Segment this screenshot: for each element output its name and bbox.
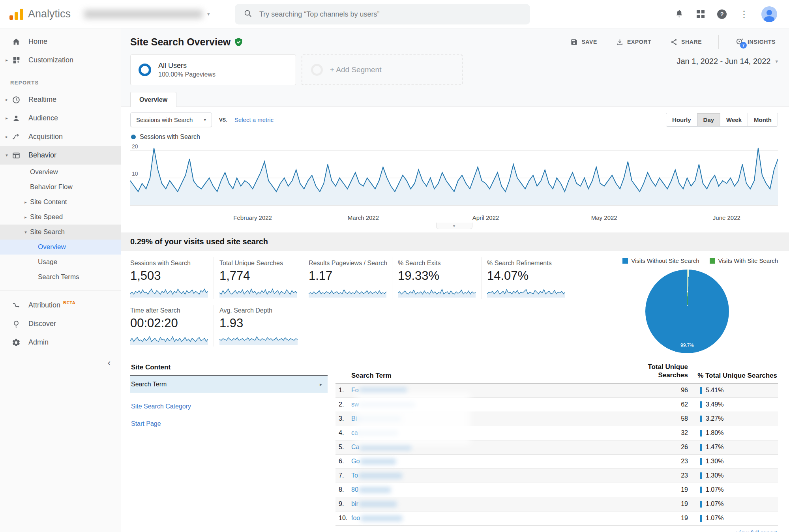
- sidebar-subitem-overview[interactable]: Overview: [0, 165, 121, 180]
- search-term-link[interactable]: Go: [351, 458, 636, 465]
- search-term-link[interactable]: bir: [351, 500, 636, 508]
- date-range-selector[interactable]: Jan 1, 2022 - Jun 14, 2022 ▾: [677, 54, 778, 66]
- caret-right-icon: ▸: [22, 215, 29, 220]
- sidebar-subitem-site-search[interactable]: ▾ Site Search: [0, 225, 121, 240]
- sidebar-item-realtime[interactable]: ▸ Realtime: [0, 90, 121, 109]
- view-full-report-link[interactable]: view full report: [737, 530, 777, 532]
- help-icon[interactable]: ?: [717, 9, 727, 19]
- metric-value: 19.33%: [398, 269, 476, 283]
- search-term-link[interactable]: To: [351, 472, 636, 479]
- sidebar-item-attribution[interactable]: Attribution BETA: [0, 296, 121, 315]
- sidebar-subitem-site-content[interactable]: ▸ Site Content: [0, 195, 121, 210]
- granularity-hourly-button[interactable]: Hourly: [666, 113, 697, 126]
- search-term-link[interactable]: foo: [351, 515, 636, 522]
- metric-selector-dropdown[interactable]: Sessions with Search ▾: [130, 112, 212, 127]
- metric-sparkline: [219, 286, 297, 298]
- action-label: SAVE: [581, 39, 597, 45]
- global-search[interactable]: [235, 4, 530, 24]
- table-row: 5. Ca 26 1.47%: [335, 440, 778, 455]
- export-button[interactable]: EXPORT: [614, 38, 654, 46]
- search-term-link[interactable]: Bi: [351, 415, 636, 422]
- granularity-month-button[interactable]: Month: [748, 113, 778, 126]
- search-term-link[interactable]: sw: [351, 401, 636, 408]
- sidebar-item-customization[interactable]: ▸ Customization: [0, 51, 121, 69]
- dimension-site-search-category[interactable]: Site Search Category: [130, 403, 328, 410]
- dimension-search-term[interactable]: Search Term ▸: [130, 376, 328, 393]
- granularity-week-button[interactable]: Week: [720, 113, 748, 126]
- table-row: 10. foo 19 1.07%: [335, 511, 778, 526]
- add-segment-button[interactable]: + Add Segment: [302, 54, 463, 85]
- customization-icon: [11, 56, 21, 64]
- pct-bar: [700, 501, 702, 508]
- sidebar-subsubitem-overview[interactable]: Overview: [0, 240, 121, 255]
- account-selector[interactable]: ▾: [84, 10, 210, 19]
- sidebar-subitem-site-speed[interactable]: ▸ Site Speed: [0, 210, 121, 225]
- metric-card: Results Pageviews / Search 1.17: [309, 257, 392, 299]
- metric-label: % Search Exits: [398, 260, 476, 267]
- total-unique-searches-value: 26: [636, 444, 688, 451]
- sidebar-item-home[interactable]: Home: [0, 32, 121, 51]
- sidebar-item-admin[interactable]: Admin: [0, 333, 121, 352]
- search-term-link[interactable]: Ca: [351, 444, 636, 451]
- metric-selector-value: Sessions with Search: [136, 116, 193, 123]
- vs-label: VS.: [219, 117, 227, 123]
- toolbar-actions: SAVE EXPORT SHARE 7 INSIGHTS: [568, 35, 778, 49]
- apps-grid-icon[interactable]: [697, 10, 705, 18]
- visits-pie-chart[interactable]: 99.7%: [645, 270, 729, 353]
- add-segment-circle-icon: [311, 64, 323, 76]
- pct-cell: 1.07%: [688, 500, 778, 508]
- search-term-link[interactable]: 80: [351, 486, 636, 493]
- search-term-link[interactable]: Fo: [351, 387, 636, 394]
- tab-overview[interactable]: Overview: [130, 92, 176, 107]
- avatar[interactable]: [761, 6, 777, 22]
- more-vert-icon[interactable]: ⋮: [739, 9, 749, 19]
- home-icon: [11, 37, 21, 46]
- segment-all-users[interactable]: All Users 100.00% Pageviews: [130, 54, 296, 85]
- insights-button[interactable]: 7 INSIGHTS: [733, 37, 778, 47]
- search-input[interactable]: [259, 10, 521, 19]
- sidebar-subitem-behavior-flow[interactable]: Behavior Flow: [0, 180, 121, 195]
- metric-value: 1,774: [219, 269, 297, 283]
- realtime-clock-icon: [11, 96, 21, 104]
- table-row: 2. sw 62 3.49%: [335, 398, 778, 412]
- gear-icon: [11, 338, 21, 347]
- sidebar-item-discover[interactable]: Discover: [0, 315, 121, 333]
- granularity-day-button[interactable]: Day: [697, 113, 720, 126]
- sidebar-subsubitem-label: Search Terms: [38, 273, 79, 281]
- row-rank: 10.: [335, 515, 351, 522]
- sidebar-item-behavior[interactable]: ▾ Behavior: [0, 146, 121, 165]
- total-unique-searches-value: 19: [636, 500, 688, 508]
- save-button[interactable]: SAVE: [568, 38, 600, 46]
- metric-card: Total Unique Searches 1,774: [219, 257, 303, 299]
- pct-bar: [700, 472, 702, 479]
- account-name-redacted: [84, 10, 202, 19]
- beta-badge: BETA: [63, 300, 75, 305]
- share-button[interactable]: SHARE: [668, 38, 704, 46]
- row-rank: 9.: [335, 500, 351, 508]
- notifications-bell-icon[interactable]: [675, 9, 684, 20]
- main-content: Site Search Overview SAVE EXPORT SHARE 7…: [121, 28, 789, 532]
- metric-value: 1.17: [309, 269, 386, 283]
- metrics-section: Sessions with Search 1,503 Total Unique …: [121, 251, 789, 355]
- timeseries-chart[interactable]: 1020: [130, 142, 778, 213]
- sidebar-collapse-button[interactable]: ‹: [0, 352, 121, 368]
- legend-label: Visits Without Site Search: [631, 257, 699, 264]
- summary-banner: 0.29% of your visits used site search: [121, 232, 789, 251]
- col-total-unique-searches: Total UniqueSearches: [636, 363, 688, 380]
- sidebar-subsubitem-search-terms[interactable]: Search Terms: [0, 270, 121, 285]
- pct-cell: 5.41%: [688, 387, 778, 394]
- metric-sparkline: [487, 286, 565, 298]
- sidebar-subsubitem-usage[interactable]: Usage: [0, 255, 121, 270]
- sidebar-item-audience[interactable]: ▸ Audience: [0, 109, 121, 127]
- dimension-start-page[interactable]: Start Page: [130, 420, 328, 427]
- sidebar-item-acquisition[interactable]: ▸ Acquisition: [0, 127, 121, 146]
- sidebar-subitem-label: Site Speed: [30, 213, 63, 221]
- site-content-title: Site Content: [130, 362, 328, 376]
- series-legend-dot-icon: [131, 135, 136, 139]
- chart-collapse-toggle[interactable]: ▼: [436, 223, 472, 229]
- sidebar-subsubitem-label: Overview: [38, 243, 66, 251]
- select-metric-link[interactable]: Select a metric: [234, 116, 274, 123]
- search-term-link[interactable]: ca: [351, 429, 636, 436]
- x-axis-month-label: April 2022: [472, 214, 499, 221]
- analytics-logo-icon: [9, 9, 23, 20]
